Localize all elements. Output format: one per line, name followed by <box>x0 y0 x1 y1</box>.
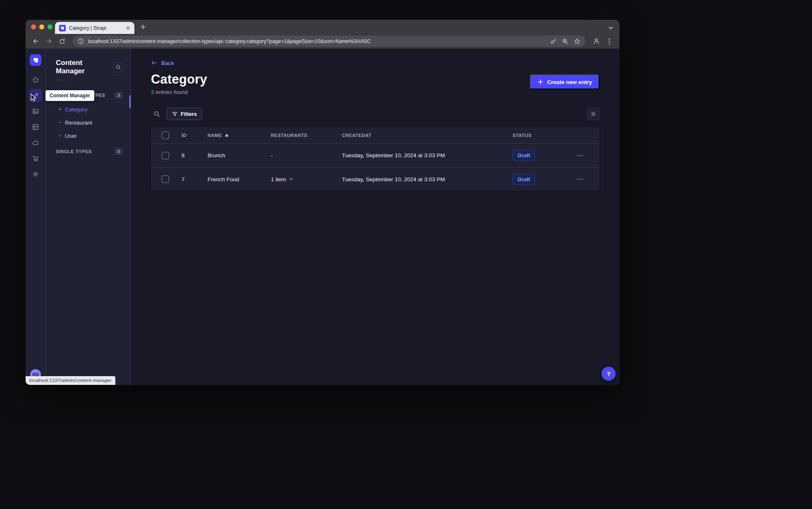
sidebar-item-label: Restaurant <box>65 120 92 126</box>
browser-tab[interactable]: Category | Strapi <box>55 22 134 34</box>
nav-content-type-builder-icon[interactable] <box>29 120 42 134</box>
nav-home-icon[interactable] <box>29 73 42 86</box>
profile-icon[interactable] <box>590 36 602 47</box>
filters-button[interactable]: Filters <box>167 108 202 120</box>
active-item-indicator <box>129 95 131 108</box>
browser-window: Category | Strapi localhost:1337/admin <box>26 20 619 385</box>
create-new-entry-button[interactable]: Create new entry <box>530 74 599 89</box>
address-bar[interactable]: localhost:1337/admin/content-manager/col… <box>73 36 585 47</box>
row-checkbox[interactable] <box>162 152 169 159</box>
table-search-button[interactable] <box>151 108 162 120</box>
nav-media-library-icon[interactable] <box>29 105 42 118</box>
url-text[interactable]: localhost:1337/admin/content-manager/col… <box>88 38 546 44</box>
site-info-icon[interactable] <box>78 38 84 44</box>
single-types-label: SINGLE TYPES <box>56 149 92 154</box>
table-row[interactable]: 7 French Food 1 item Tuesday, September … <box>151 167 599 191</box>
content-manager-tooltip: Content Manager <box>45 90 94 101</box>
tab-title: Category | Strapi <box>69 25 121 31</box>
cell-createdat: Tuesday, September 10, 2024 at 3:03 PM <box>342 152 513 158</box>
cell-restaurants: - <box>271 152 342 158</box>
help-button[interactable]: ? <box>602 367 616 381</box>
nav-deploy-cloud-icon[interactable] <box>29 136 42 149</box>
subnav-search-button[interactable] <box>113 62 123 72</box>
entries-count: 2 entries found <box>151 89 207 95</box>
new-tab-button[interactable] <box>138 22 148 32</box>
entries-table: ID NAME RESTAURANTS CREATEDAT STATUS 8 B… <box>151 127 599 191</box>
forward-button[interactable] <box>43 36 55 47</box>
table-row[interactable]: 8 Brunch - Tuesday, September 10, 2024 a… <box>151 144 599 167</box>
zoom-window-button[interactable] <box>48 24 53 29</box>
status-badge: Draft <box>513 150 535 161</box>
single-types-section: SINGLE TYPES 0 <box>46 148 131 155</box>
mouse-cursor <box>31 94 37 102</box>
row-actions-button[interactable] <box>575 174 585 185</box>
column-header-status: STATUS <box>513 133 562 138</box>
view-settings-button[interactable] <box>587 108 599 120</box>
sidebar-item-label: Category <box>65 106 88 113</box>
back-label: Back <box>161 60 174 66</box>
collection-types-count-badge: 3 <box>115 92 123 98</box>
zoom-icon[interactable] <box>562 38 568 45</box>
cell-name: French Food <box>208 176 271 182</box>
filter-funnel-icon <box>172 111 177 117</box>
page-title: Category <box>151 72 207 87</box>
single-types-count-badge: 0 <box>115 148 123 155</box>
cell-name: Brunch <box>208 152 271 158</box>
arrow-left-icon <box>151 60 158 66</box>
tab-close-icon[interactable] <box>124 25 131 31</box>
browser-status-bar: localhost:1337/admin/content-manager <box>26 376 115 385</box>
bullet-icon <box>59 122 61 123</box>
sidebar-item-category[interactable]: Category <box>46 103 131 116</box>
strapi-logo[interactable] <box>30 54 41 66</box>
table-header-row: ID NAME RESTAURANTS CREATEDAT STATUS <box>151 127 599 144</box>
row-actions-button[interactable] <box>575 150 585 161</box>
sidebar-item-restaurant[interactable]: Restaurant <box>46 116 131 129</box>
close-window-button[interactable] <box>31 24 36 29</box>
sidebar-item-label: User <box>65 133 77 139</box>
window-controls <box>26 20 53 34</box>
plus-icon <box>537 79 543 85</box>
select-all-checkbox[interactable] <box>162 132 169 139</box>
back-link[interactable]: Back <box>151 60 174 66</box>
subnav-title: Content Manager <box>56 59 113 75</box>
gear-icon <box>590 110 597 117</box>
cell-createdat: Tuesday, September 10, 2024 at 3:03 PM <box>342 176 513 182</box>
row-checkbox[interactable] <box>162 175 169 183</box>
browser-menu-icon[interactable] <box>604 36 615 47</box>
tab-search-chevron-icon[interactable] <box>608 25 614 31</box>
password-key-icon[interactable] <box>550 38 556 45</box>
cell-restaurants[interactable]: 1 item <box>271 176 342 182</box>
main-content: Back Category 2 entries found Create new… <box>131 49 619 385</box>
status-badge: Draft <box>513 174 535 185</box>
bullet-icon <box>59 108 61 110</box>
minimize-window-button[interactable] <box>39 24 44 29</box>
bookmark-star-icon[interactable] <box>574 38 580 45</box>
create-new-entry-label: Create new entry <box>547 79 592 85</box>
refresh-button[interactable] <box>56 36 68 47</box>
ellipsis-icon <box>576 175 584 183</box>
chevron-down-icon <box>289 178 293 181</box>
column-header-id: ID <box>182 133 208 138</box>
browser-toolbar: localhost:1337/admin/content-manager/col… <box>26 34 619 49</box>
subnav-divider <box>56 80 65 80</box>
cell-id: 8 <box>182 152 208 158</box>
column-header-restaurants: RESTAURANTS <box>271 133 342 138</box>
nav-settings-gear-icon[interactable] <box>29 168 42 181</box>
ellipsis-icon <box>576 152 584 159</box>
nav-marketplace-icon[interactable] <box>29 152 42 165</box>
back-button[interactable] <box>30 36 41 47</box>
sidebar-item-user[interactable]: User <box>46 129 131 142</box>
strapi-favicon <box>59 25 66 31</box>
cell-id: 7 <box>182 176 208 182</box>
sort-ascending-icon[interactable] <box>225 134 229 137</box>
column-header-name[interactable]: NAME <box>208 133 271 138</box>
bullet-icon <box>59 135 61 137</box>
filters-label: Filters <box>181 111 197 117</box>
column-header-createdat: CREATEDAT <box>342 133 513 138</box>
strapi-admin-app: KD Content Manager COLLECTION TYPES 3 Ca… <box>26 49 619 385</box>
tab-strip: Category | Strapi <box>26 20 619 34</box>
